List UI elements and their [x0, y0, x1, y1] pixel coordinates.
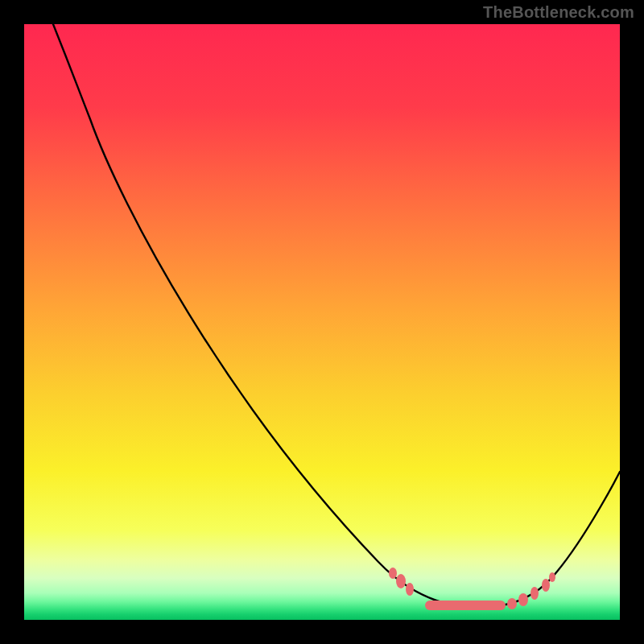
marker-dot	[518, 593, 528, 606]
bottleneck-curve	[24, 24, 620, 620]
attribution-label: TheBottleneck.com	[483, 3, 634, 22]
chart-root: TheBottleneck.com	[0, 0, 644, 644]
marker-dot	[406, 583, 414, 596]
marker-dot	[530, 587, 539, 600]
marker-dot	[396, 574, 406, 588]
marker-pill	[425, 601, 506, 610]
marker-dot	[389, 568, 397, 579]
curve-path	[53, 24, 620, 608]
marker-dot	[549, 572, 555, 582]
marker-dot	[542, 579, 550, 592]
marker-dot	[507, 598, 517, 609]
plot-area	[24, 24, 620, 620]
